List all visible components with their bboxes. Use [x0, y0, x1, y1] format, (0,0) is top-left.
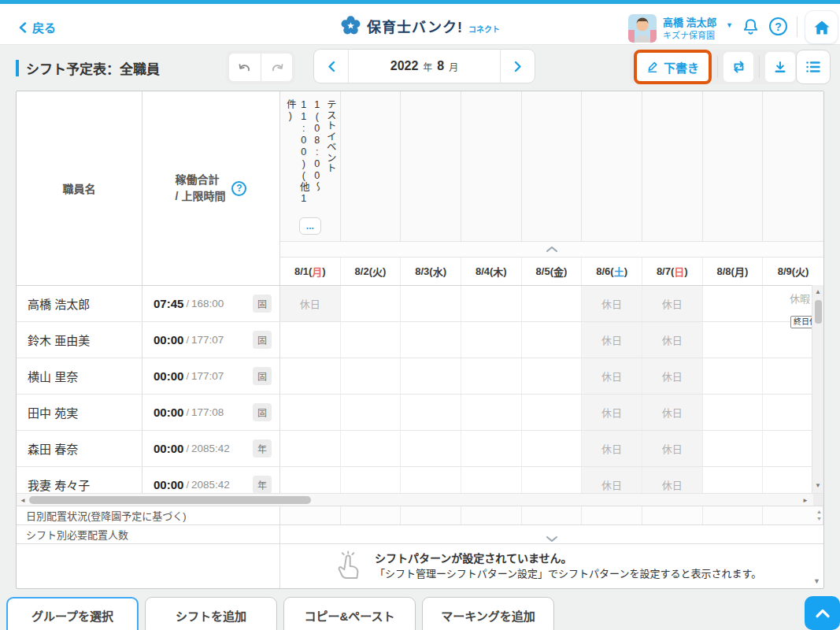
tab-グループを選択[interactable]: グループを選択: [6, 597, 139, 630]
row-spinner-arrows[interactable]: ▲▼: [816, 508, 822, 522]
horizontal-scroll-thumb[interactable]: [29, 496, 311, 504]
next-month-button[interactable]: [500, 50, 535, 83]
draft-button[interactable]: 下書き: [637, 53, 709, 81]
shift-cell-8/6[interactable]: 休日: [582, 467, 642, 493]
scroll-to-top-button[interactable]: [805, 596, 840, 630]
scroll-up-arrow[interactable]: ▲: [815, 287, 821, 297]
shift-cell-8/3[interactable]: [401, 358, 461, 394]
shift-cell-8/8[interactable]: [703, 467, 764, 493]
shift-cell-8/7[interactable]: 休日: [642, 322, 703, 358]
avatar[interactable]: [628, 14, 657, 43]
shift-cell-8/2[interactable]: [341, 322, 401, 358]
shift-cell-8/7[interactable]: 休日: [642, 431, 703, 466]
shift-cell-8/7[interactable]: 休日: [642, 286, 703, 321]
shift-cell-8/6[interactable]: 休日: [582, 358, 642, 394]
prev-month-button[interactable]: [314, 50, 349, 83]
event-more-button[interactable]: ...: [299, 217, 321, 235]
date-header-8/3: 8/3(水): [401, 258, 461, 285]
shift-cell-8/8[interactable]: [703, 395, 764, 430]
date-header-8/5: 8/5(金): [522, 258, 583, 285]
scroll-left-arrow[interactable]: ◄: [20, 496, 26, 506]
shift-cell-8/7[interactable]: 休日: [642, 358, 703, 394]
tab-シフトを追加[interactable]: シフトを追加: [145, 597, 277, 630]
event-header-cell-8/2[interactable]: [341, 91, 401, 241]
notifications-button[interactable]: [741, 17, 760, 36]
shift-cell-8/1[interactable]: [280, 467, 341, 493]
shift-cell-8/3[interactable]: [401, 395, 461, 430]
shift-cell-8/3[interactable]: [401, 322, 461, 358]
shift-cell-8/3[interactable]: [401, 286, 461, 321]
event-header-cell-8/8[interactable]: [703, 91, 764, 241]
tab-マーキングを追加[interactable]: マーキングを追加: [422, 597, 554, 630]
help-button[interactable]: ?: [769, 17, 787, 35]
shift-cell-8/3[interactable]: [401, 467, 461, 493]
event-header-cell-8/5[interactable]: [522, 91, 583, 241]
vertical-scroll-thumb[interactable]: [815, 300, 822, 324]
shift-cell-8/1[interactable]: [280, 431, 341, 466]
shift-cell-8/7[interactable]: 休日: [642, 467, 703, 493]
shift-cell-8/5[interactable]: [522, 467, 583, 493]
shift-cell-8/1[interactable]: [280, 358, 341, 394]
shift-cell-8/4[interactable]: [461, 286, 522, 321]
shift-cell-8/3[interactable]: [401, 431, 461, 466]
vertical-scrollbar[interactable]: ▲ ▼: [812, 285, 823, 493]
scroll-right-arrow[interactable]: ►: [802, 496, 809, 506]
staff-name-cell: 鈴木 亜由美: [17, 322, 142, 358]
shift-cell-8/4[interactable]: [461, 358, 522, 394]
tab-コピー&ペースト[interactable]: コピー&ペースト: [283, 597, 416, 630]
shift-cell-8/4[interactable]: [461, 322, 522, 358]
toolbar-actions: 下書き: [630, 50, 799, 84]
shift-cell-8/5[interactable]: [522, 358, 583, 394]
event-header-cell-8/4[interactable]: [461, 91, 522, 241]
download-icon: [773, 60, 787, 74]
scroll-down-arrow[interactable]: ▼: [815, 481, 821, 491]
shift-cell-8/4[interactable]: [461, 431, 522, 466]
shift-cell-8/6[interactable]: 休日: [582, 395, 642, 430]
home-button[interactable]: [805, 10, 838, 44]
hours-help-icon[interactable]: ?: [231, 181, 246, 196]
shift-cell-8/7[interactable]: 休日: [642, 395, 703, 430]
shift-cell-8/4[interactable]: [461, 467, 522, 493]
shift-cell-8/5[interactable]: [522, 286, 583, 321]
shift-cell-8/1[interactable]: [280, 322, 341, 358]
collapse-events-button[interactable]: [280, 241, 823, 257]
shift-cell-8/6[interactable]: 休日: [582, 431, 642, 466]
date-header-8/8: 8/8(月): [703, 258, 764, 285]
daily-allocation-cell-8/4: [461, 506, 522, 524]
shift-cell-8/6[interactable]: 休日: [582, 286, 642, 321]
shift-cell-8/2[interactable]: [341, 467, 401, 493]
shift-cell-8/5[interactable]: [522, 322, 583, 358]
list-view-button[interactable]: [796, 50, 831, 84]
staff-name-cell: 田中 苑実: [17, 395, 142, 430]
event-header-cell-8/3[interactable]: [401, 91, 461, 241]
event-header-cell-8/7[interactable]: [642, 91, 703, 241]
redo-button[interactable]: [261, 54, 292, 81]
shift-cell-8/2[interactable]: [341, 358, 401, 394]
caret-down-icon[interactable]: ▼: [726, 21, 733, 29]
collapse-patterns-button[interactable]: [280, 525, 823, 543]
shift-cell-8/1[interactable]: [280, 395, 341, 430]
chevron-up-icon: [546, 246, 558, 253]
horizontal-scrollbar[interactable]: ◄ ►: [17, 493, 823, 506]
shift-cell-8/8[interactable]: [703, 358, 764, 394]
shift-cell-8/8[interactable]: [703, 322, 764, 358]
shift-cell-8/1[interactable]: 休日: [280, 286, 341, 321]
undo-button[interactable]: [229, 54, 261, 81]
shift-cell-8/4[interactable]: [461, 395, 522, 430]
shift-cell-8/5[interactable]: [522, 431, 583, 466]
shift-cell-8/6[interactable]: 休日: [582, 322, 642, 358]
shift-cell-8/5[interactable]: [522, 395, 583, 430]
shift-cell-8/2[interactable]: [341, 431, 401, 466]
shift-cell-8/8[interactable]: [703, 286, 764, 321]
download-button[interactable]: [765, 52, 795, 82]
shift-cell-8/2[interactable]: [341, 286, 401, 321]
event-header-cell-8/9[interactable]: [763, 91, 823, 241]
event-header-cell-8/6[interactable]: [582, 91, 642, 241]
message-scroll-down-arrow[interactable]: ▼: [813, 577, 820, 585]
click-hand-icon: [335, 550, 362, 582]
swap-shifts-button[interactable]: [723, 52, 753, 82]
event-header-cell-8/1[interactable]: テストイベント1(08:00～11:00)(他1件)...: [280, 91, 341, 241]
shift-cell-8/8[interactable]: [703, 431, 764, 466]
user-menu[interactable]: 高橋 浩太郎 キズナ保育園: [663, 16, 717, 41]
shift-cell-8/2[interactable]: [341, 395, 401, 430]
